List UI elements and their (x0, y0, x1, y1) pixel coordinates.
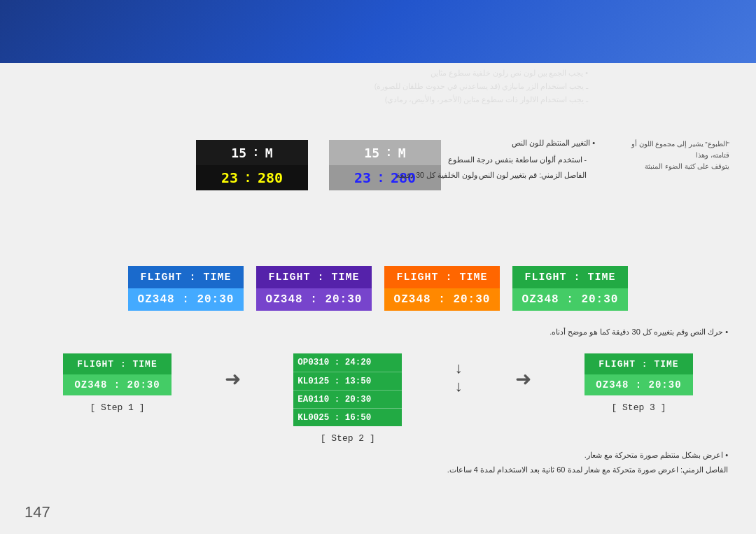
score-dark-colon1: : (252, 146, 260, 160)
flight-card-blue: FLIGHT : TIME OZ348 : 20:30 (128, 266, 244, 311)
step3-bottom: OZ348 : 20:30 (584, 374, 693, 395)
steps-desc-line2: الفاصل الزمني: اعرض صورة متحركة مع شعار … (28, 463, 728, 477)
step1-bottom: OZ348 : 20:30 (63, 374, 172, 395)
step3-card: FLIGHT : TIME OZ348 : 20:30 (584, 353, 693, 395)
score-dark-colon2: : (244, 170, 252, 186)
right-panel-line1: "الطبوع" يشير إلى مجموع اللون أو قتامته،… (615, 139, 729, 161)
top-header (0, 0, 756, 63)
down-arrows-group: ↓ ↓ (455, 359, 463, 396)
flight-card-purple-bottom: OZ348 : 20:30 (256, 288, 372, 311)
step2-row1: OP0310 : 24:20 (293, 353, 402, 372)
score-dark-bot-left: 23 (221, 169, 238, 186)
arrow2: ➜ (515, 367, 531, 391)
right-panel-line2: يتوقف على كثية الضوء المنبثة (615, 161, 729, 172)
top-bullet-3: ـ يجب استخدام الالوار ذات سطوع متاين (ال… (245, 93, 588, 106)
step2-card: OP0310 : 24:20 KL0125 : 13:50 EA0110 : 2… (293, 353, 402, 426)
flight-card-green: FLIGHT : TIME OZ348 : 20:30 (512, 266, 628, 311)
flight-card-blue-top: FLIGHT : TIME (128, 266, 244, 288)
right-panel: "الطبوع" يشير إلى مجموع اللون أو قتامته،… (609, 133, 735, 178)
flight-cards-section: FLIGHT : TIME OZ348 : 20:30 FLIGHT : TIM… (77, 266, 679, 311)
step2-row2: KL0125 : 13:50 (293, 372, 402, 390)
bullet-sub2: الفاصل الزمني: قم بتغيير لون النص ولون ا… (343, 169, 587, 182)
arrow1: ➜ (225, 367, 241, 391)
flight-card-green-bottom: OZ348 : 20:30 (512, 288, 628, 311)
flight-card-orange: FLIGHT : TIME OZ348 : 20:30 (384, 266, 500, 311)
main-content: • يجب الجمع بين لون نص رلون خلفية سطوع م… (0, 63, 756, 534)
top-bullet-2: ـ يجب استخدام الزر مانيازي (قد يساعدني ف… (245, 80, 588, 93)
score-dark-bot-right: 280 (258, 169, 283, 186)
step2-row3: EA0110 : 20:30 (293, 390, 402, 408)
steps-desc-line1: • اعرض بشكل منتظم صورة متحركة مع شعار. (28, 448, 728, 463)
flight-card-blue-bottom: OZ348 : 20:30 (128, 288, 244, 311)
score-dark-top-left: 15 (231, 146, 246, 160)
step1-label: [ Step 1 ] (90, 402, 144, 413)
steps-description: • اعرض بشكل منتظم صورة متحركة مع شعار. ا… (28, 448, 728, 477)
flight-card-orange-bottom: OZ348 : 20:30 (384, 288, 500, 311)
steps-section: FLIGHT : TIME OZ348 : 20:30 [ Step 1 ] ➜… (63, 353, 693, 444)
step3-block: FLIGHT : TIME OZ348 : 20:30 [ Step 3 ] (584, 353, 693, 413)
flight-card-purple-top: FLIGHT : TIME (256, 266, 372, 288)
score-dark-top-right: M (265, 146, 273, 160)
score-box-dark: 15 : M 23 : 280 (196, 140, 308, 192)
flight-card-green-top: FLIGHT : TIME (512, 266, 628, 288)
step3-label: [ Step 3 ] (611, 402, 666, 413)
step1-card: FLIGHT : TIME OZ348 : 20:30 (63, 353, 172, 395)
score-dark-bottom: 23 : 280 (196, 165, 308, 190)
step2-label: [ Step 2 ] (321, 433, 375, 444)
step2-block: OP0310 : 24:20 KL0125 : 13:50 EA0110 : 2… (293, 353, 402, 444)
page-number: 147 (24, 503, 50, 521)
scroll-note: • حرك النص وقم بتغييره كل 30 دقيقة كما ه… (28, 328, 728, 337)
step1-block: FLIGHT : TIME OZ348 : 20:30 [ Step 1 ] (63, 353, 172, 413)
flight-card-orange-top: FLIGHT : TIME (384, 266, 500, 288)
down-arrow2: ↓ (455, 377, 463, 395)
top-bullet-1: • يجب الجمع بين لون نص رلون خلفية سطوع م… (245, 66, 588, 80)
bullet-sub1: - استخدم ألوان ساطعة بنفس درجة السطوع (343, 153, 587, 167)
step2-row4: KL0025 : 16:50 (293, 408, 402, 426)
score-dark-top: 15 : M (196, 140, 308, 165)
down-arrow1: ↓ (455, 359, 463, 377)
bullet-main: • التغيير المنتظم للون النص (343, 136, 595, 150)
top-bullets: • يجب الجمع بين لون نص رلون خلفية سطوع م… (245, 66, 588, 106)
bullet-section: • التغيير المنتظم للون النص - استخدم ألو… (343, 136, 595, 182)
flight-card-purple: FLIGHT : TIME OZ348 : 20:30 (256, 266, 372, 311)
step3-top: FLIGHT : TIME (584, 353, 693, 374)
step1-top: FLIGHT : TIME (63, 353, 172, 374)
